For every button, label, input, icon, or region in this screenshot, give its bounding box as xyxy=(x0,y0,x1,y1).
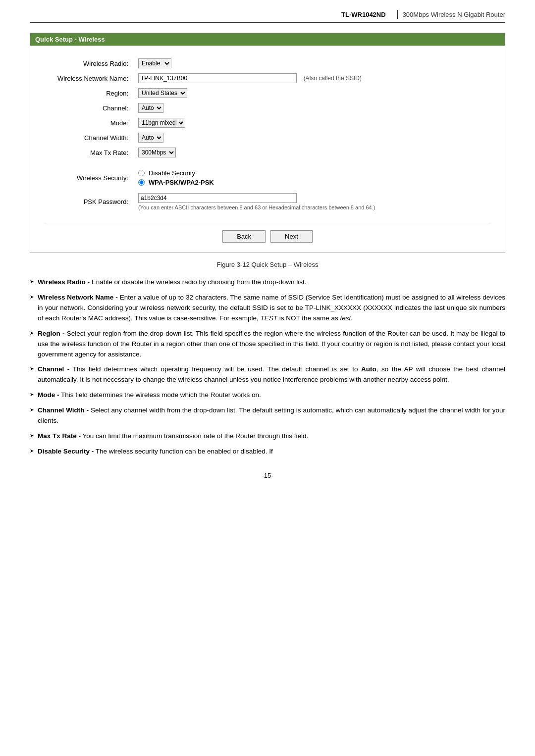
wireless-radio-label: Wireless Radio: xyxy=(45,56,134,71)
next-button[interactable]: Next xyxy=(270,230,313,243)
wpa-psk-option: WPA-PSK/WPA2-PSK xyxy=(138,179,486,186)
channel-width-row: Channel Width: Auto xyxy=(45,130,490,145)
bullet-text-4: Mode - This field determines the wireles… xyxy=(38,390,261,401)
psk-password-label: PSK Password: xyxy=(45,191,134,213)
region-row: Region: United States xyxy=(45,86,490,101)
mode-select[interactable]: 11bgn mixed xyxy=(138,118,185,128)
wireless-security-label: Wireless Security: xyxy=(45,165,134,191)
bullet-text-5: Channel Width - Select any channel width… xyxy=(38,405,505,426)
bullet-item-6: ➤Max Tx Rate - You can limit the maximum… xyxy=(30,431,505,442)
wireless-network-name-value: (Also called the SSID) xyxy=(134,71,490,86)
wireless-radio-value: Enable Disable xyxy=(134,56,490,71)
disable-security-radio[interactable] xyxy=(138,170,145,176)
channel-width-label: Channel Width: xyxy=(45,130,134,145)
wireless-security-options: Disable Security WPA-PSK/WPA2-PSK xyxy=(134,165,490,191)
wireless-radio-row: Wireless Radio: Enable Disable xyxy=(45,56,490,71)
page-number: -15- xyxy=(30,472,505,479)
wireless-network-name-label: Wireless Network Name: xyxy=(45,71,134,86)
psk-password-value: (You can enter ASCII characters between … xyxy=(134,191,490,213)
channel-width-value: Auto xyxy=(134,130,490,145)
ssid-hint: (Also called the SSID) xyxy=(304,75,362,82)
button-row: Back Next xyxy=(45,223,490,243)
page-header: TL-WR1042ND 300Mbps Wireless N Gigabit R… xyxy=(30,10,505,23)
psk-hint: (You can enter ASCII characters between … xyxy=(138,204,486,210)
bullet-item-2: ➤Region - Select your region from the dr… xyxy=(30,329,505,360)
wireless-radio-select[interactable]: Enable Disable xyxy=(138,58,171,68)
quick-setup-content: Wireless Radio: Enable Disable Wireless … xyxy=(30,46,505,252)
bullet-arrow-7: ➤ xyxy=(30,448,34,454)
wireless-security-row: Wireless Security: Disable Security WPA-… xyxy=(45,165,490,191)
bullet-item-3: ➤Channel - This field determines which o… xyxy=(30,364,505,385)
bullet-arrow-2: ➤ xyxy=(30,330,34,336)
model-label: TL-WR1042ND xyxy=(341,11,386,18)
bullet-item-4: ➤Mode - This field determines the wirele… xyxy=(30,390,505,401)
bullet-arrow-3: ➤ xyxy=(30,366,34,371)
bullet-item-1: ➤Wireless Network Name - Enter a value o… xyxy=(30,293,505,324)
bullet-item-0: ➤Wireless Radio - Enable or disable the … xyxy=(30,277,505,288)
psk-password-input[interactable] xyxy=(138,193,297,203)
header-divider xyxy=(397,10,398,19)
region-value: United States xyxy=(134,86,490,101)
quick-setup-title: Quick Setup - Wireless xyxy=(30,33,505,46)
psk-password-row: PSK Password: (You can enter ASCII chara… xyxy=(45,191,490,213)
max-tx-rate-row: Max Tx Rate: 300Mbps xyxy=(45,145,490,160)
bullet-arrow-1: ➤ xyxy=(30,294,34,300)
disable-security-label: Disable Security xyxy=(149,169,195,177)
settings-form: Wireless Radio: Enable Disable Wireless … xyxy=(45,56,490,213)
ssid-input[interactable] xyxy=(138,73,297,83)
bullet-text-2: Region - Select your region from the dro… xyxy=(38,329,505,360)
max-tx-rate-label: Max Tx Rate: xyxy=(45,145,134,160)
bullet-text-6: Max Tx Rate - You can limit the maximum … xyxy=(38,431,308,442)
region-label: Region: xyxy=(45,86,134,101)
region-select[interactable]: United States xyxy=(138,88,187,98)
bullet-text-3: Channel - This field determines which op… xyxy=(38,364,505,385)
product-description: 300Mbps Wireless N Gigabit Router xyxy=(403,11,505,18)
bullet-arrow-5: ➤ xyxy=(30,407,34,412)
figure-caption: Figure 3-12 Quick Setup – Wireless xyxy=(30,261,505,268)
channel-value: Auto xyxy=(134,101,490,115)
disable-security-option: Disable Security xyxy=(138,169,486,177)
back-button[interactable]: Back xyxy=(222,230,266,243)
channel-label: Channel: xyxy=(45,101,134,115)
spacer-row xyxy=(45,160,490,165)
max-tx-rate-value: 300Mbps xyxy=(134,145,490,160)
mode-value: 11bgn mixed xyxy=(134,115,490,130)
channel-width-select[interactable]: Auto xyxy=(138,133,163,143)
max-tx-rate-select[interactable]: 300Mbps xyxy=(138,148,176,157)
quick-setup-panel: Quick Setup - Wireless Wireless Radio: E… xyxy=(30,33,505,253)
bullet-points-container: ➤Wireless Radio - Enable or disable the … xyxy=(30,277,505,457)
bullet-text-1: Wireless Network Name - Enter a value of… xyxy=(38,293,505,324)
mode-row: Mode: 11bgn mixed xyxy=(45,115,490,130)
bullet-arrow-0: ➤ xyxy=(30,279,34,284)
wireless-network-name-row: Wireless Network Name: (Also called the … xyxy=(45,71,490,86)
wpa-psk-label: WPA-PSK/WPA2-PSK xyxy=(149,179,214,186)
bullet-arrow-4: ➤ xyxy=(30,392,34,397)
mode-label: Mode: xyxy=(45,115,134,130)
bullet-item-5: ➤Channel Width - Select any channel widt… xyxy=(30,405,505,426)
wpa-psk-radio[interactable] xyxy=(138,179,145,186)
bullet-text-0: Wireless Radio - Enable or disable the w… xyxy=(38,277,306,288)
channel-select[interactable]: Auto xyxy=(138,103,163,113)
channel-row: Channel: Auto xyxy=(45,101,490,115)
bullet-arrow-6: ➤ xyxy=(30,433,34,438)
bullet-text-7: Disable Security - The wireless security… xyxy=(38,447,273,457)
bullet-item-7: ➤Disable Security - The wireless securit… xyxy=(30,447,505,457)
